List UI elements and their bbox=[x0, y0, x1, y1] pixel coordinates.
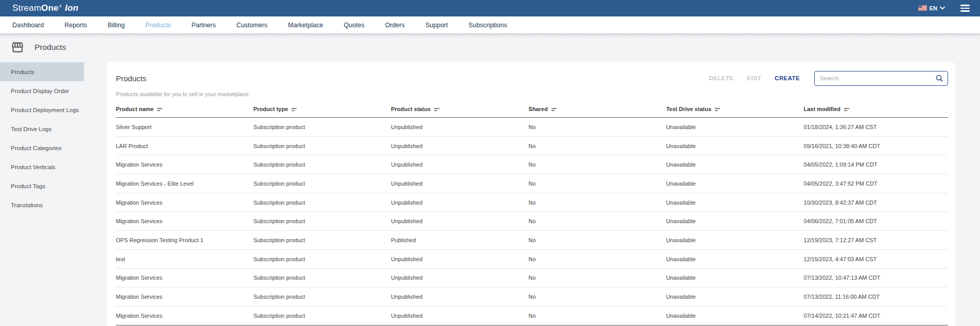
table-row[interactable]: Migration ServicesSubscription productUn… bbox=[116, 193, 948, 212]
sidebar-item-product-tags[interactable]: Product Tags bbox=[0, 176, 84, 195]
nav-item-dashboard[interactable]: Dashboard bbox=[12, 22, 44, 29]
table-cell: Subscription product bbox=[253, 118, 391, 136]
nav-item-marketplace[interactable]: Marketplace bbox=[288, 22, 323, 29]
table-cell: Published bbox=[391, 231, 528, 249]
column-header-product-name[interactable]: Product name bbox=[116, 106, 253, 117]
table-cell: Unavailable bbox=[666, 137, 803, 155]
table-cell: Unavailable bbox=[666, 174, 803, 193]
nav-item-support[interactable]: Support bbox=[425, 22, 448, 29]
nav-item-subscriptions[interactable]: Subscriptions bbox=[469, 22, 507, 29]
search-icon[interactable] bbox=[935, 74, 943, 82]
table-cell: Subscription product bbox=[253, 212, 391, 230]
nav-item-quotes[interactable]: Quotes bbox=[343, 22, 364, 29]
search-input[interactable] bbox=[820, 75, 935, 81]
page-title: Products bbox=[35, 43, 66, 52]
chevron-down-icon bbox=[940, 6, 945, 10]
table-row[interactable]: Migration Services - Elite LevelSubscrip… bbox=[116, 174, 948, 193]
table-cell: No bbox=[528, 269, 666, 287]
table-row[interactable]: Migration ServicesSubscription productUn… bbox=[116, 155, 948, 174]
table-row[interactable]: testSubscription productUnpublishedNoUna… bbox=[116, 250, 948, 269]
table-cell: 09/16/2021, 10:38:40 AM CDT bbox=[804, 137, 948, 155]
table-cell: No bbox=[528, 118, 666, 136]
table-row[interactable]: Migration ServicesSubscription productUn… bbox=[116, 269, 948, 288]
language-selector[interactable]: EN bbox=[918, 5, 945, 11]
table-cell: Migration Services bbox=[116, 306, 253, 325]
table-row[interactable]: Silver SupportSubscription productUnpubl… bbox=[116, 118, 948, 137]
table-body: Silver SupportSubscription productUnpubl… bbox=[116, 118, 948, 325]
table-cell: Unpublished bbox=[391, 250, 528, 268]
table-row[interactable]: OPS Regression Testing Product 1Subscrip… bbox=[116, 231, 948, 250]
table-cell: Subscription product bbox=[253, 155, 391, 174]
main-nav: DashboardReportsBillingProductsPartnersC… bbox=[0, 16, 980, 33]
table-row[interactable]: Migration ServicesSubscription productUn… bbox=[116, 287, 948, 306]
column-header-product-type[interactable]: Product type bbox=[253, 106, 391, 117]
table-cell: test bbox=[116, 250, 253, 268]
nav-item-products[interactable]: Products bbox=[145, 22, 170, 29]
table-cell: No bbox=[528, 306, 666, 325]
sidebar-item-products[interactable]: Products bbox=[0, 62, 84, 81]
column-label: Shared bbox=[528, 106, 547, 112]
table-cell: Unpublished bbox=[391, 287, 528, 306]
sidebar-item-product-display-order[interactable]: Product Display Order bbox=[0, 81, 84, 100]
sidebar-item-translations[interactable]: Translations bbox=[0, 195, 84, 214]
language-label: EN bbox=[930, 5, 937, 11]
table-cell: No bbox=[528, 155, 666, 174]
sidebar-item-product-verticals[interactable]: Product Verticals bbox=[0, 157, 84, 176]
card-subtitle: Products available for you to sell in yo… bbox=[116, 91, 955, 97]
table-cell: Subscription product bbox=[253, 231, 391, 249]
table-row[interactable]: Migration ServicesSubscription productUn… bbox=[116, 212, 948, 231]
table-cell: Subscription product bbox=[253, 137, 391, 155]
table-cell: No bbox=[528, 287, 666, 306]
table-cell: Unavailable bbox=[666, 306, 803, 325]
column-label: Product status bbox=[391, 106, 431, 112]
table-cell: Unavailable bbox=[666, 118, 803, 136]
search-box bbox=[814, 71, 948, 86]
table-cell: 07/13/2022, 11:16:00 AM CDT bbox=[804, 287, 948, 306]
table-cell: 12/15/2023, 4:47:03 AM CST bbox=[804, 250, 948, 268]
products-card: Products DELETE EDIT CREATE bbox=[107, 62, 955, 326]
table-cell: 04/05/2022, 1:09:14 PM CDT bbox=[804, 155, 948, 174]
sidebar-item-test-drive-logs[interactable]: Test Drive Logs bbox=[0, 119, 84, 138]
nav-item-orders[interactable]: Orders bbox=[385, 22, 405, 29]
table-cell: 04/06/2022, 7:01:05 AM CDT bbox=[804, 212, 948, 230]
nav-item-reports[interactable]: Reports bbox=[64, 22, 87, 29]
table-cell: 10/30/2023, 8:42:37 AM CDT bbox=[804, 193, 948, 212]
column-header-shared[interactable]: Shared bbox=[528, 106, 666, 117]
column-header-product-status[interactable]: Product status bbox=[391, 106, 528, 117]
table-cell: Migration Services bbox=[116, 269, 253, 287]
products-table: Product nameProduct typeProduct statusSh… bbox=[116, 106, 948, 325]
table-cell: Unavailable bbox=[666, 250, 803, 268]
card-title: Products bbox=[116, 74, 146, 83]
table-row[interactable]: LAR ProductSubscription productUnpublish… bbox=[116, 137, 948, 156]
table-cell: Unavailable bbox=[666, 212, 803, 230]
table-cell: 01/18/2024, 1:36:27 AM CST bbox=[804, 118, 948, 136]
table-cell: No bbox=[528, 193, 666, 212]
table-cell: Silver Support bbox=[116, 118, 253, 136]
column-header-last-modified[interactable]: Last modified bbox=[804, 106, 948, 117]
sort-icon bbox=[157, 108, 162, 111]
table-cell: Subscription product bbox=[253, 269, 391, 287]
sidebar-item-product-categories[interactable]: Product Categories bbox=[0, 138, 84, 157]
create-button[interactable]: CREATE bbox=[775, 75, 800, 81]
table-cell: 04/05/2022, 3:47:52 PM CDT bbox=[804, 174, 948, 193]
table-cell: Migration Services bbox=[116, 212, 253, 230]
column-header-test-drive-status[interactable]: Test Drive status bbox=[666, 106, 803, 117]
streamone-ion-logo: StreamOne®Ion bbox=[12, 3, 78, 13]
table-cell: Migration Services - Elite Level bbox=[116, 174, 253, 193]
edit-button[interactable]: EDIT bbox=[747, 75, 761, 81]
nav-item-billing[interactable]: Billing bbox=[108, 22, 125, 29]
top-app-bar: StreamOne®Ion EN bbox=[0, 0, 980, 16]
sort-icon bbox=[552, 108, 557, 111]
sidebar-item-product-deployment-logs[interactable]: Product Deployment Logs bbox=[0, 100, 84, 119]
table-cell: Unavailable bbox=[666, 231, 803, 249]
us-flag-icon bbox=[918, 5, 927, 11]
column-label: Test Drive status bbox=[666, 106, 711, 112]
delete-button[interactable]: DELETE bbox=[709, 75, 734, 81]
nav-item-partners[interactable]: Partners bbox=[192, 22, 216, 29]
nav-item-customers[interactable]: Customers bbox=[236, 22, 267, 29]
table-cell: Unpublished bbox=[391, 306, 528, 325]
table-row[interactable]: Migration ServicesSubscription productUn… bbox=[116, 306, 948, 325]
hamburger-menu-icon[interactable] bbox=[959, 3, 971, 13]
table-cell: 07/14/2022, 10:21:47 AM CDT bbox=[804, 306, 948, 325]
table-cell: Unavailable bbox=[666, 269, 803, 287]
